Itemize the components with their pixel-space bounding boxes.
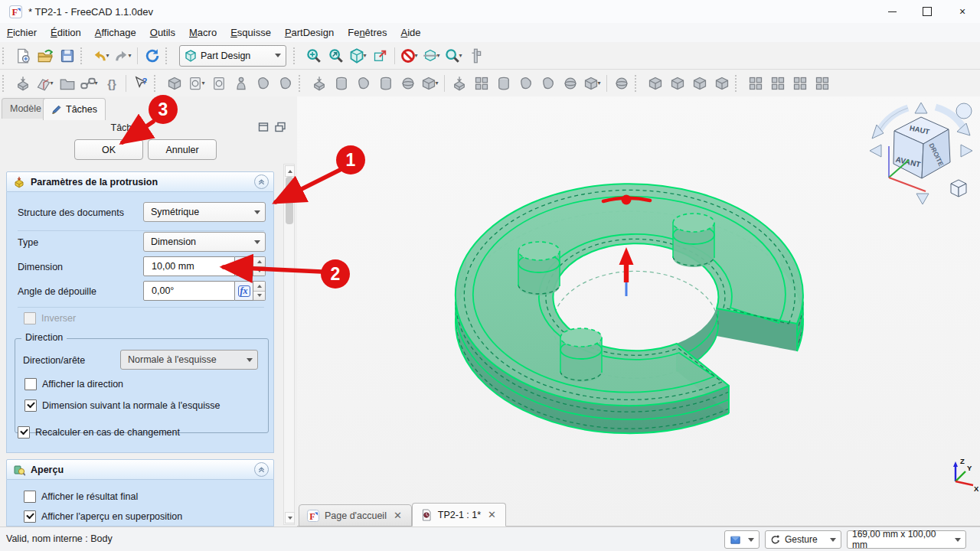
- create-datum-button[interactable]: ▾: [34, 73, 56, 94]
- additive-loft-button[interactable]: [352, 73, 374, 94]
- close-button[interactable]: ×: [945, 0, 980, 23]
- menu-fichier[interactable]: Fichier: [0, 24, 44, 41]
- type-combobox[interactable]: Dimension: [143, 232, 266, 252]
- navigation-style-selector[interactable]: Gesture: [765, 530, 841, 549]
- draft-angle-input[interactable]: 0,00°: [143, 281, 235, 301]
- scrollbar-thumb[interactable]: [286, 177, 293, 224]
- draw-style-button[interactable]: ▾: [398, 45, 420, 67]
- selection-style-button[interactable]: [724, 530, 760, 549]
- axonometric-view-button[interactable]: ▾: [347, 45, 369, 67]
- dimension-input[interactable]: 10,00 mm: [143, 256, 235, 276]
- dock-window-icon[interactable]: [257, 121, 270, 133]
- menu-fenetres[interactable]: Fenêtres: [341, 24, 394, 41]
- chamfer-button[interactable]: [666, 73, 688, 94]
- boolean-operation-button[interactable]: [610, 73, 632, 94]
- expression-editor-button[interactable]: [100, 73, 122, 94]
- toolbar-drag-handle[interactable]: [293, 47, 299, 64]
- menu-esquisse[interactable]: Esquisse: [224, 24, 278, 41]
- panel-scrollbar[interactable]: [283, 164, 295, 525]
- hole-button[interactable]: [470, 73, 492, 94]
- show-direction-checkbox[interactable]: [24, 378, 37, 390]
- expression-fx-button[interactable]: fx: [235, 281, 253, 301]
- menu-outils[interactable]: Outils: [143, 24, 182, 41]
- ok-button[interactable]: OK: [74, 139, 143, 160]
- maximize-button[interactable]: [910, 0, 945, 23]
- toolbar-drag-handle[interactable]: [80, 47, 86, 64]
- tab-page-accueil[interactable]: Page d'accueil ✕: [299, 504, 412, 527]
- section-pad-parameters-header[interactable]: Paramètres de la protrusion: [6, 171, 274, 192]
- undo-button[interactable]: ▾: [90, 45, 112, 67]
- refresh-button[interactable]: [141, 45, 163, 67]
- show-preview-overlay-row[interactable]: Afficher l'aperçu en superposition: [24, 510, 182, 523]
- structure-combobox[interactable]: Symétrique: [143, 202, 266, 222]
- pocket-button[interactable]: [448, 73, 470, 94]
- additive-pipe-button[interactable]: [374, 73, 397, 94]
- tab-tp2-1[interactable]: TP2-1 : 1* ✕: [412, 503, 506, 527]
- expression-fx-button[interactable]: fx: [235, 256, 253, 276]
- multitransform-button[interactable]: [811, 73, 833, 94]
- fit-all-button[interactable]: [302, 45, 325, 67]
- measure-button[interactable]: [465, 45, 487, 67]
- save-document-button[interactable]: [56, 45, 78, 67]
- navigation-cube[interactable]: HAUT AVANT DROITE: [870, 103, 972, 204]
- along-normal-checkbox[interactable]: [24, 399, 37, 412]
- navcube-home-button[interactable]: [956, 103, 972, 119]
- toolbar-drag-handle[interactable]: [299, 75, 304, 92]
- fillet-button[interactable]: [644, 73, 666, 94]
- menu-edition[interactable]: Édition: [44, 24, 88, 41]
- new-document-button[interactable]: [11, 45, 34, 67]
- check-geometry-button[interactable]: [230, 73, 252, 94]
- create-group-button[interactable]: [56, 73, 78, 94]
- draft-angle-spinner[interactable]: [253, 281, 266, 301]
- toolbar-drag-handle[interactable]: [635, 75, 640, 92]
- revolution-button[interactable]: [330, 73, 352, 94]
- direction-edge-combobox[interactable]: Normale à l'esquisse: [120, 350, 258, 370]
- toolbar-drag-handle[interactable]: [2, 75, 8, 92]
- dimension-spinbox[interactable]: 10,00 mm fx: [143, 256, 266, 276]
- create-clone-button[interactable]: [274, 73, 296, 94]
- clipping-button[interactable]: ▾: [420, 45, 443, 67]
- additive-primitive-button[interactable]: ▾: [419, 73, 441, 94]
- show-final-result-checkbox[interactable]: [24, 491, 36, 503]
- subtractive-pipe-button[interactable]: [537, 73, 559, 94]
- groove-button[interactable]: [492, 73, 514, 94]
- open-document-button[interactable]: [34, 45, 56, 67]
- dimension-spinner[interactable]: [253, 256, 266, 276]
- close-icon[interactable]: ✕: [486, 509, 498, 520]
- linear-pattern-button[interactable]: [766, 73, 789, 94]
- section-preview-header[interactable]: Aperçu: [6, 459, 274, 480]
- along-normal-row[interactable]: Dimension suivant la normale à l'esquiss…: [24, 399, 220, 412]
- subtractive-primitive-button[interactable]: ▾: [581, 73, 603, 94]
- collapse-section-icon[interactable]: [254, 174, 269, 189]
- recompute-checkbox[interactable]: [18, 426, 30, 439]
- pad-button[interactable]: [308, 73, 330, 94]
- minimize-button[interactable]: [874, 0, 910, 23]
- redo-button[interactable]: ▾: [112, 45, 134, 67]
- cancel-button[interactable]: Annuler: [148, 139, 217, 160]
- validate-sketch-button[interactable]: [207, 73, 230, 94]
- zoom-selection-button[interactable]: [325, 45, 347, 67]
- draft-angle-spinbox[interactable]: 0,00° fx: [143, 281, 266, 301]
- collapse-section-icon[interactable]: [254, 462, 269, 477]
- menu-affichage[interactable]: Affichage: [88, 24, 143, 41]
- menu-partdesign[interactable]: PartDesign: [278, 24, 341, 41]
- close-icon[interactable]: ✕: [392, 510, 403, 521]
- whats-this-button[interactable]: [129, 73, 152, 94]
- reversed-checkbox-row[interactable]: Inverser: [24, 312, 76, 324]
- create-shapebinder-button[interactable]: [252, 73, 274, 94]
- show-final-result-row[interactable]: Afficher le résultat final: [24, 491, 138, 503]
- menu-macro[interactable]: Macro: [182, 24, 224, 41]
- thickness-button[interactable]: [710, 73, 733, 94]
- sync-view-button[interactable]: [369, 45, 391, 67]
- mirrored-button[interactable]: [744, 73, 766, 94]
- create-link-button[interactable]: ▾: [78, 73, 100, 94]
- zoom-tools-button[interactable]: ▾: [443, 45, 465, 67]
- edit-sketch-button[interactable]: ▾: [185, 73, 207, 94]
- polar-pattern-button[interactable]: [789, 73, 811, 94]
- subtractive-helix-button[interactable]: [559, 73, 581, 94]
- show-direction-row[interactable]: Afficher la direction: [24, 378, 123, 390]
- 3d-viewport[interactable]: HAUT AVANT DROITE Z Y X: [297, 96, 980, 527]
- show-preview-overlay-checkbox[interactable]: [24, 510, 36, 523]
- scroll-down-button[interactable]: [285, 512, 295, 523]
- workbench-selector[interactable]: Part Design: [179, 45, 286, 67]
